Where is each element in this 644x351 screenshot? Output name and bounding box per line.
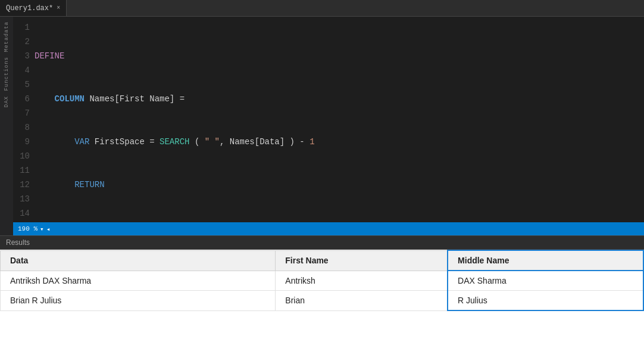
tab-close-button[interactable]: × — [57, 5, 60, 11]
results-divider: Results — [0, 235, 644, 250]
table-row: Brian R Julius Brian R Julius — [1, 291, 644, 311]
results-label: Results — [6, 238, 30, 247]
editor-container: Metadata Functions DAX 1 2 3 4 5 6 7 8 9… — [0, 17, 644, 235]
zoom-control[interactable]: 190 % ▾ ◂ — [18, 225, 50, 233]
code-line-4: RETURN — [35, 178, 644, 192]
col-header-data: Data — [1, 250, 276, 271]
cell-data-1: Antriksh DAX Sharma — [1, 271, 276, 291]
col-header-middle-name: Middle Name — [448, 250, 643, 271]
cell-firstname-1: Antriksh — [276, 271, 448, 291]
table-row: Antriksh DAX Sharma Antriksh DAX Sharma — [1, 271, 644, 291]
cell-middlename-2: R Julius — [448, 291, 643, 311]
results-table: Data First Name Middle Name Antriksh DAX… — [0, 250, 644, 311]
sidebar-functions-label: Functions — [4, 57, 10, 91]
tab-bar: Query1.dax* × — [0, 0, 644, 17]
status-bar: 190 % ▾ ◂ — [13, 222, 644, 235]
scroll-arrow[interactable]: ◂ — [46, 225, 51, 233]
sidebar-metadata-label: Metadata — [4, 21, 10, 52]
zoom-value: 190 % — [18, 225, 37, 232]
col-header-first-name: First Name — [276, 250, 448, 271]
code-line-3: VAR FirstSpace = SEARCH ( " ", Names[Dat… — [35, 135, 644, 149]
zoom-arrow[interactable]: ▾ — [40, 225, 44, 233]
code-lines[interactable]: DEFINE COLUMN Names[First Name] = VAR Fi… — [35, 19, 644, 220]
code-content: 1 2 3 4 5 6 7 8 9 10 11 12 13 14 DEFINE … — [13, 17, 644, 222]
code-line-2: COLUMN Names[First Name] = — [35, 92, 644, 106]
results-area[interactable]: Data First Name Middle Name Antriksh DAX… — [0, 250, 644, 351]
code-line-1: DEFINE — [35, 49, 644, 63]
cell-middlename-1: DAX Sharma — [448, 271, 643, 291]
table-header-row: Data First Name Middle Name — [1, 250, 644, 271]
tab-label: Query1.dax* — [6, 4, 53, 13]
sidebar: Metadata Functions DAX — [0, 17, 13, 235]
sidebar-dax-label: DAX — [4, 96, 10, 107]
line-numbers: 1 2 3 4 5 6 7 8 9 10 11 12 13 14 — [13, 19, 35, 220]
cell-data-2: Brian R Julius — [1, 291, 276, 311]
cell-firstname-2: Brian — [276, 291, 448, 311]
code-editor: 1 2 3 4 5 6 7 8 9 10 11 12 13 14 DEFINE … — [13, 17, 644, 235]
query-tab[interactable]: Query1.dax* × — [0, 0, 67, 16]
